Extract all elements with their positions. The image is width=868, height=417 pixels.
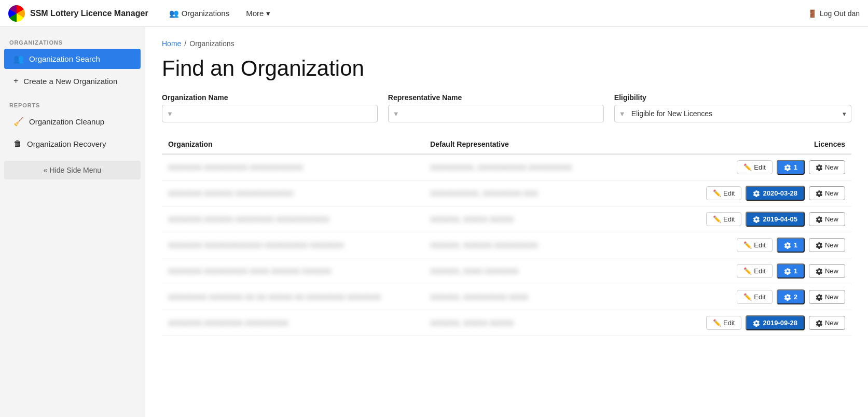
- pencil-icon: ✏️: [743, 293, 752, 301]
- licence-cell: ✏️ Edit 1 New: [631, 154, 851, 180]
- cell-actions: ✏️ Edit 2019-09-28 New: [637, 315, 845, 330]
- edit-button[interactable]: ✏️ Edit: [706, 316, 741, 330]
- licence-value: 1: [794, 163, 797, 171]
- table-row: XXXXXXX XXXXXXXXX XXXX XXXXXX XXXXXXXXXX…: [162, 258, 851, 284]
- new-button[interactable]: New: [809, 186, 845, 200]
- table-row: XXXXXXXX XXXXXXX XX XX XXXXX XX XXXXXXXX…: [162, 284, 851, 310]
- trash-icon: 🗑: [13, 139, 22, 148]
- edit-button[interactable]: ✏️ Edit: [737, 264, 772, 278]
- chevron-down-icon: ▾: [266, 9, 270, 18]
- org-name-text: XXXXXXX XXXXXXXXXXXX XXXXXXXXX XXXXXXX: [168, 241, 344, 249]
- filter-rep-icon: ▼: [393, 110, 399, 118]
- sidebar-item-org-recovery[interactable]: 🗑 Organization Recovery: [4, 134, 141, 154]
- sidebar-item-org-cleanup[interactable]: 🧹 Organization Cleanup: [4, 112, 141, 132]
- licence-badge[interactable]: 2: [777, 289, 805, 304]
- new-label: New: [825, 163, 838, 171]
- pencil-icon: ✏️: [743, 241, 752, 249]
- app-logo[interactable]: SSM Lottery Licence Manager: [8, 5, 148, 22]
- new-button[interactable]: New: [809, 316, 845, 330]
- org-name-input[interactable]: [162, 105, 378, 122]
- org-name-label: Organization Name: [162, 93, 378, 102]
- edit-button[interactable]: ✏️ Edit: [706, 186, 741, 200]
- licence-cell: ✏️ Edit 2020-03-28 New: [631, 180, 851, 206]
- licence-value: 2019-04-05: [763, 215, 797, 223]
- rep-name-input[interactable]: [388, 105, 604, 122]
- rep-cell: XXXXXXXXXX, XXXXXXXX XXX: [424, 180, 631, 206]
- th-representative: Default Representative: [424, 135, 631, 154]
- breadcrumb-separator: /: [184, 39, 186, 48]
- org-name-text: XXXXXXXX XXXXXXX XX XX XXXXX XX XXXXXXXX…: [168, 293, 381, 301]
- edit-button[interactable]: ✏️ Edit: [737, 160, 772, 174]
- pencil-icon: ✏️: [713, 215, 721, 223]
- sidebar: ORGANIZATIONS 👥 Organization Search + Cr…: [0, 27, 145, 417]
- cog-icon: [816, 216, 823, 223]
- new-button[interactable]: New: [809, 238, 845, 252]
- licence-badge[interactable]: 2020-03-28: [746, 186, 805, 201]
- breadcrumb-home[interactable]: Home: [162, 39, 181, 48]
- topnav-organizations[interactable]: 👥 Organizations: [163, 6, 236, 21]
- filter-eligibility: Eligibility ▼ Eligible for New Licences …: [614, 93, 851, 122]
- cog-icon: [816, 190, 823, 197]
- cog-icon: [816, 294, 823, 301]
- sidebar-item-org-search[interactable]: 👥 Organization Search: [4, 49, 141, 69]
- gear-icon: [753, 216, 760, 223]
- results-table: Organization Default Representative Lice…: [162, 135, 851, 336]
- filter-rep-name: Representative Name ▼: [388, 93, 604, 122]
- cog-icon: [816, 268, 823, 275]
- pencil-icon: ✏️: [713, 319, 721, 327]
- rep-name-input-wrap: ▼: [388, 105, 604, 122]
- table-row: XXXXXXX XXXXXXXXX XXXXXXXXXXXXXXXXXXXX, …: [162, 154, 851, 180]
- new-button[interactable]: New: [809, 212, 845, 226]
- pencil-icon: ✏️: [713, 189, 721, 197]
- licence-badge[interactable]: 1: [777, 263, 805, 279]
- org-cell: XXXXXXX XXXXXXXXXXXX XXXXXXXXX XXXXXXX: [162, 232, 424, 258]
- new-label: New: [825, 267, 838, 275]
- th-licences: Licences: [631, 135, 851, 154]
- new-button[interactable]: New: [809, 264, 845, 278]
- sidebar-item-create-org[interactable]: + Create a New Organization: [4, 71, 141, 91]
- table-body: XXXXXXX XXXXXXXXX XXXXXXXXXXXXXXXXXXXX, …: [162, 154, 851, 336]
- table-row: XXXXXXX XXXXXX XXXXXXXX XXXXXXXXXXXXXXXX…: [162, 206, 851, 232]
- topnav-more[interactable]: More ▾: [240, 6, 277, 21]
- licence-cell: ✏️ Edit 1 New: [631, 232, 851, 258]
- licence-badge[interactable]: 1: [777, 238, 805, 253]
- hide-menu-button[interactable]: « Hide Side Menu: [4, 161, 141, 179]
- eligibility-select[interactable]: Eligible for New Licences All Not Eligib…: [614, 105, 851, 122]
- org-cell: XXXXXXX XXXXXX XXXXXXXXXXXX: [162, 180, 424, 206]
- new-button[interactable]: New: [809, 290, 845, 304]
- gear-icon: [784, 294, 791, 301]
- cog-icon: [816, 242, 823, 249]
- licence-value: 2020-03-28: [763, 189, 797, 197]
- rep-cell: XXXXXX, XXXXXX XXXXXXXXX: [424, 232, 631, 258]
- main-content: Home / Organizations Find an Organizatio…: [145, 27, 868, 417]
- gear-icon: [753, 190, 760, 197]
- edit-button[interactable]: ✏️ Edit: [737, 238, 772, 252]
- rep-name-label: Representative Name: [388, 93, 604, 102]
- licence-badge[interactable]: 1: [777, 160, 805, 175]
- licence-badge[interactable]: 2019-04-05: [746, 212, 805, 227]
- logout-button[interactable]: 🚪 Log Out dan: [808, 9, 860, 18]
- cog-icon: [816, 319, 823, 327]
- rep-name-text: XXXXXX, XXXXXX XXXXXXXXX: [430, 241, 538, 249]
- edit-button[interactable]: ✏️ Edit: [706, 212, 741, 226]
- people-icon: 👥: [169, 9, 179, 18]
- rep-cell: XXXXXX, XXXXX XXXXX: [424, 310, 631, 336]
- org-name-input-wrap: ▼: [162, 105, 378, 122]
- gear-icon: [753, 319, 760, 327]
- page-title: Find an Organization: [162, 56, 851, 81]
- licence-badge[interactable]: 2019-09-28: [746, 315, 805, 330]
- org-cell: XXXXXXX XXXXXX XXXXXXXX XXXXXXXXXXX: [162, 206, 424, 232]
- new-button[interactable]: New: [809, 160, 845, 174]
- filter-org-name: Organization Name ▼: [162, 93, 378, 122]
- pencil-icon: ✏️: [743, 163, 752, 171]
- gear-icon: [784, 268, 791, 275]
- rep-name-text: XXXXXXXXX, XXXXXXXXXX XXXXXXXXX: [430, 163, 572, 172]
- cell-actions: ✏️ Edit 1 New: [637, 238, 845, 253]
- edit-button[interactable]: ✏️ Edit: [737, 290, 772, 304]
- new-label: New: [825, 241, 838, 249]
- rep-name-text: XXXXXX, XXXXXXXXX XXXX: [430, 293, 528, 301]
- eligibility-select-wrap: ▼ Eligible for New Licences All Not Elig…: [614, 105, 851, 122]
- th-organization: Organization: [162, 135, 424, 154]
- breadcrumb-current: Organizations: [189, 39, 234, 48]
- org-cell: XXXXXXX XXXXXXXXX XXXXXXXXXXX: [162, 154, 424, 180]
